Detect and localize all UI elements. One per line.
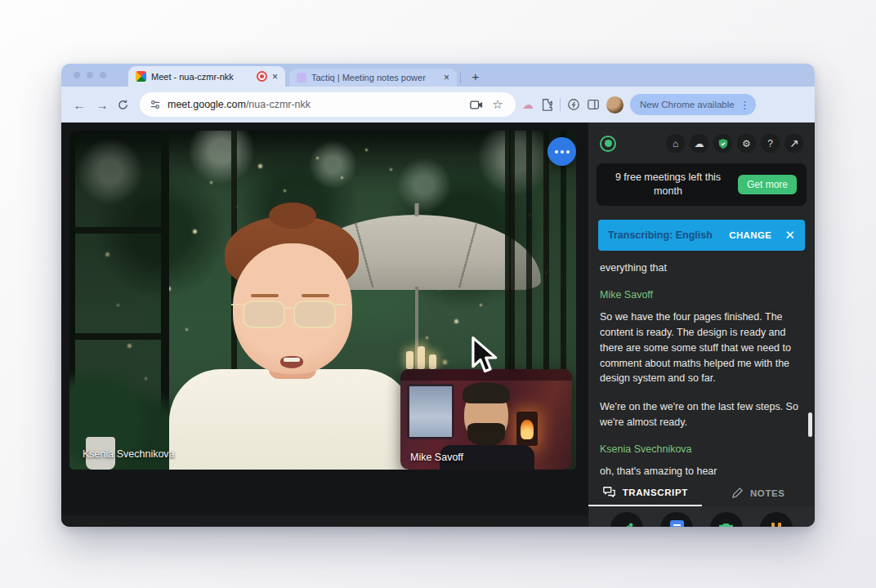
chat-widget-button[interactable] [548,137,576,166]
candles [406,345,455,369]
pencil-icon [731,487,744,499]
tactiq-header: ⌂ ☁ ⚙ ? [588,122,815,153]
page-content: Ksenia Svechnikova Mike Savoff nua-czmr-… [61,122,815,527]
window-snow-view [407,384,454,439]
transcript-line: everything that [600,261,803,276]
transcript-speaker: Mike Savoff [600,287,803,303]
chat-bubbles-icon [602,486,616,498]
url-domain: meet.google.com [168,99,246,110]
tab-title: Meet - nua-czmr-nkk [151,72,252,82]
pip-participant-hair [463,382,510,403]
pin-panel-icon[interactable] [784,134,803,153]
mouse-cursor [471,336,502,381]
zoom-window-icon[interactable] [100,72,106,78]
google-docs-icon [670,520,684,527]
url-path: /nua-czmr-nkk [246,99,311,110]
share-icon [620,522,634,528]
tactiq-favicon-icon [297,73,306,82]
settings-gear-icon[interactable]: ⚙ [737,134,756,153]
shield-check-icon[interactable] [713,134,732,153]
pip-name-label: Mike Savoff [410,452,463,463]
transcribing-banner: Transcribing: English CHANGE ✕ [598,220,805,251]
tab-transcript[interactable]: TRANSCRIPT [588,479,702,506]
screenshot-button[interactable] [710,512,743,527]
toolbar-separator [560,98,561,111]
extensions-puzzle-icon[interactable] [540,98,553,111]
change-language-button[interactable]: CHANGE [729,230,771,240]
minimize-window-icon[interactable] [87,72,93,78]
extension-cloud-icon[interactable]: ☁ [522,98,534,111]
fireplace [516,412,538,446]
main-video-tile[interactable]: Ksenia Svechnikova Mike Savoff [69,131,576,470]
participant-mouth [280,356,303,368]
transcript-line: oh, that's amazing to hear [600,464,803,479]
close-tab-icon[interactable]: × [272,72,278,82]
transcript-panel[interactable]: everything that Mike Savoff So we have t… [588,251,815,479]
camera-icon [718,522,734,527]
reload-icon[interactable] [117,99,133,111]
transcript-line: So we have the four pages finished. The … [600,310,803,386]
tab-tactiq[interactable]: Tactiq | Meeting notes power × [289,69,457,87]
recording-indicator-icon [257,71,267,82]
free-meetings-card: 9 free meetings left this month Get more [597,163,807,206]
pip-video-tile[interactable]: Mike Savoff [400,369,572,470]
performance-icon[interactable] [567,98,580,111]
sidebar-tabs: TRANSCRIPT NOTES [588,479,815,506]
eyebrow [302,294,329,297]
window-controls[interactable] [74,72,106,78]
tactiq-action-bar [589,507,814,527]
tab-notes-label: NOTES [750,488,785,498]
meet-favicon-icon [136,71,146,82]
camera-permission-icon[interactable] [470,100,483,110]
transcript-line: We're on the we're on the last few steps… [600,399,803,430]
participant-name-label: Ksenia Svechnikova [83,448,175,460]
profile-avatar[interactable] [606,96,623,114]
glasses-bridge [284,307,295,309]
help-icon[interactable]: ? [761,134,780,153]
close-banner-icon[interactable]: ✕ [784,229,795,241]
tactiq-logo-icon [600,136,616,152]
participant-hair-bun [269,203,316,229]
close-window-icon[interactable] [74,72,80,78]
back-icon[interactable]: ← [71,98,87,112]
meet-stage: Ksenia Svechnikova Mike Savoff nua-czmr-… [61,122,588,527]
tactiq-sidebar: ⌂ ☁ ⚙ ? 9 free meetings left this month … [588,122,815,527]
update-label: New Chrome available [640,100,735,109]
transcript-speaker: Ksenia Svechnikova [600,442,803,457]
glasses-lens [293,301,336,328]
export-docs-button[interactable] [660,512,693,527]
participant-shirt [169,369,414,470]
pause-icon [771,523,781,527]
meetings-left-text: 9 free meetings left this month [606,171,730,198]
new-tab-button[interactable]: + [467,69,484,83]
eyebrow [251,294,279,297]
glasses-lens [243,301,285,328]
glasses-temple [231,304,244,305]
glasses-temple [334,304,347,305]
tab-title: Tactiq | Meeting notes power [311,73,439,82]
chrome-update-button[interactable]: New Chrome available ⋮ [630,94,756,115]
home-icon[interactable]: ⌂ [666,134,685,153]
close-tab-icon[interactable]: × [444,73,449,82]
tab-separator [460,72,461,83]
site-settings-icon[interactable] [150,99,161,110]
bookmark-star-icon[interactable]: ☆ [489,97,506,112]
tab-strip: Meet - nua-czmr-nkk × Tactiq | Meeting n… [61,64,815,87]
url-bar[interactable]: meet.google.com/nua-czmr-nkk ☆ [140,92,516,117]
side-panel-icon[interactable] [587,98,600,111]
pip-participant-beard [467,423,505,446]
browser-menu-icon[interactable]: ⋮ [740,99,750,111]
meet-control-bar: nua-czmr-nkk CC [61,515,588,527]
url-text[interactable]: meet.google.com/nua-czmr-nkk [168,99,463,110]
tab-transcript-label: TRANSCRIPT [623,488,688,497]
tab-notes[interactable]: NOTES [702,479,816,506]
sidebar-scrollbar[interactable] [808,412,812,437]
cloud-upload-icon[interactable]: ☁ [690,134,708,153]
forward-icon[interactable]: → [94,98,110,112]
share-button[interactable] [610,512,643,527]
get-more-button[interactable]: Get more [738,175,797,194]
transcribing-label: Transcribing: English [608,229,729,241]
pause-transcription-button[interactable] [760,512,793,527]
browser-window: Meet - nua-czmr-nkk × Tactiq | Meeting n… [61,64,815,527]
tab-meet[interactable]: Meet - nua-czmr-nkk × [128,66,285,87]
